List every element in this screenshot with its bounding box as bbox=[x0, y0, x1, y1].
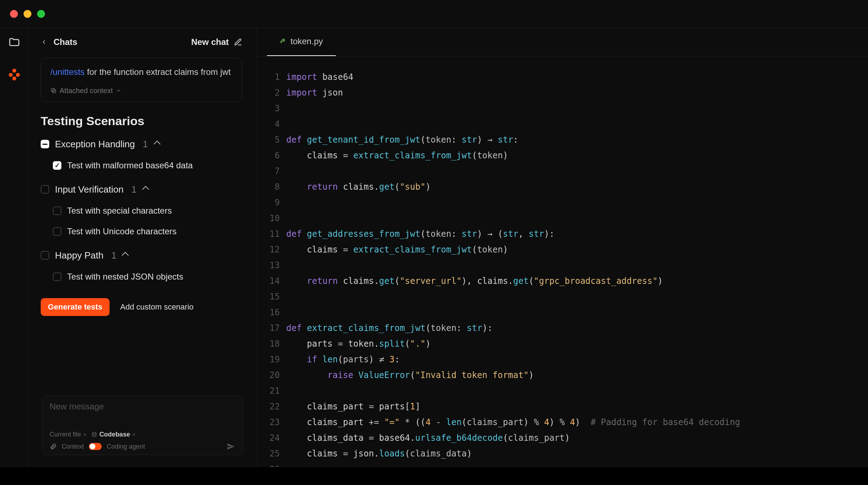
prompt-card[interactable]: /unittests for the function extract clai… bbox=[41, 58, 242, 102]
line-number: 26 bbox=[257, 461, 286, 467]
scenario-item[interactable]: Test with malformed base64 data bbox=[41, 160, 242, 170]
code-line: 23 claims_part += "=" * ((4 - len(claims… bbox=[257, 414, 868, 430]
line-number: 9 bbox=[257, 195, 286, 210]
item-label: Test with special characters bbox=[67, 206, 172, 216]
brand-icon[interactable] bbox=[7, 67, 21, 81]
chevron-up-icon bbox=[122, 252, 129, 259]
paperclip-icon[interactable] bbox=[50, 443, 57, 450]
svg-point-6 bbox=[92, 432, 96, 434]
python-icon bbox=[280, 38, 286, 45]
scenario-item[interactable]: Test with nested JSON objects bbox=[41, 272, 242, 282]
svg-point-3 bbox=[12, 77, 16, 81]
group-name: Happy Path bbox=[55, 250, 104, 261]
context-chip-codebase[interactable]: Codebase × bbox=[91, 431, 135, 438]
code-line: 22 claims_part = parts[1] bbox=[257, 399, 868, 414]
code-line: 2import json bbox=[257, 85, 868, 101]
code-area[interactable]: 1import base642import json345def get_ten… bbox=[257, 56, 868, 467]
message-input[interactable] bbox=[50, 402, 236, 428]
code-line: 17def extract_claims_from_jwt(token: str… bbox=[257, 320, 868, 336]
message-box: Current file × Codebase × Context Coding… bbox=[42, 395, 243, 455]
item-checkbox[interactable] bbox=[53, 161, 61, 170]
line-number: 5 bbox=[257, 132, 286, 148]
item-checkbox[interactable] bbox=[53, 206, 61, 215]
new-chat-button[interactable]: New chat bbox=[191, 37, 242, 47]
prompt-text: for the function extract claims from jwt bbox=[85, 67, 231, 77]
line-number: 13 bbox=[257, 257, 286, 273]
code-line: 7 bbox=[257, 163, 868, 179]
code-line: 9 bbox=[257, 195, 868, 210]
sidebar: Chats New chat /unittests for the functi… bbox=[29, 28, 257, 467]
file-tab[interactable]: token.py bbox=[267, 27, 336, 56]
line-number: 1 bbox=[257, 69, 286, 85]
item-checkbox[interactable] bbox=[53, 272, 61, 281]
agent-toggle[interactable] bbox=[89, 443, 102, 450]
context-chip-current-file[interactable]: Current file × bbox=[50, 431, 86, 438]
line-number: 18 bbox=[257, 336, 286, 352]
scenario-group[interactable]: Input Verification1 bbox=[41, 184, 242, 195]
scenario-group[interactable]: Happy Path1 bbox=[41, 250, 242, 261]
line-number: 3 bbox=[257, 101, 286, 116]
code-line: 3 bbox=[257, 101, 868, 116]
group-name: Exception Handling bbox=[55, 139, 135, 150]
generate-tests-button[interactable]: Generate tests bbox=[41, 298, 110, 316]
group-count: 1 bbox=[111, 250, 116, 261]
line-number: 20 bbox=[257, 367, 286, 383]
add-custom-scenario-button[interactable]: Add custom scenario bbox=[120, 302, 193, 312]
group-checkbox[interactable] bbox=[41, 140, 49, 148]
context-label[interactable]: Context bbox=[62, 443, 84, 450]
svg-point-2 bbox=[16, 73, 20, 77]
scenario-item[interactable]: Test with special characters bbox=[41, 206, 242, 216]
code-line: 18 parts = token.split(".") bbox=[257, 336, 868, 352]
activity-rail bbox=[0, 28, 29, 467]
line-number: 10 bbox=[257, 210, 286, 226]
line-number: 15 bbox=[257, 289, 286, 305]
scenario-group[interactable]: Exception Handling1 bbox=[41, 139, 242, 150]
window-minimize-button[interactable] bbox=[24, 10, 31, 18]
new-chat-label: New chat bbox=[191, 37, 229, 47]
code-line: 19 if len(parts) ≠ 3: bbox=[257, 352, 868, 367]
remove-chip-icon[interactable]: × bbox=[83, 432, 86, 438]
svg-point-1 bbox=[9, 73, 12, 77]
code-line: 26 bbox=[257, 461, 868, 467]
line-number: 14 bbox=[257, 273, 286, 289]
chevron-up-icon bbox=[153, 141, 161, 148]
group-count: 1 bbox=[143, 139, 148, 150]
window-close-button[interactable] bbox=[10, 10, 18, 18]
code-line: 4 bbox=[257, 116, 868, 132]
folder-icon[interactable] bbox=[8, 36, 21, 48]
titlebar bbox=[0, 0, 868, 28]
database-icon bbox=[91, 432, 97, 438]
code-line: 1import base64 bbox=[257, 69, 868, 85]
code-line: 13 bbox=[257, 257, 868, 273]
line-number: 21 bbox=[257, 383, 286, 399]
edit-icon bbox=[234, 38, 242, 46]
line-number: 11 bbox=[257, 226, 286, 242]
attached-label: Attached context bbox=[60, 86, 113, 96]
code-line: 16 bbox=[257, 305, 868, 320]
group-count: 1 bbox=[131, 184, 136, 195]
line-number: 6 bbox=[257, 148, 286, 163]
item-label: Test with malformed base64 data bbox=[67, 160, 193, 170]
agent-label: Coding agent bbox=[107, 443, 145, 450]
back-to-chats[interactable]: Chats bbox=[41, 37, 77, 47]
window-maximize-button[interactable] bbox=[37, 10, 45, 18]
svg-point-0 bbox=[12, 69, 16, 73]
section-title: Testing Scenarios bbox=[41, 114, 242, 128]
send-icon[interactable] bbox=[226, 442, 236, 451]
line-number: 19 bbox=[257, 352, 286, 367]
code-editor: token.py 1import base642import json345de… bbox=[257, 28, 868, 467]
group-name: Input Verification bbox=[55, 184, 123, 195]
attached-context-toggle[interactable]: Attached context bbox=[50, 86, 233, 96]
line-number: 12 bbox=[257, 242, 286, 257]
line-number: 16 bbox=[257, 305, 286, 320]
chevron-down-icon bbox=[116, 88, 121, 93]
line-number: 25 bbox=[257, 446, 286, 461]
code-line: 24 claims_data = base64.urlsafe_b64decod… bbox=[257, 430, 868, 446]
remove-chip-icon[interactable]: × bbox=[132, 432, 135, 438]
code-line: 25 claims = json.loads(claims_data) bbox=[257, 446, 868, 461]
scenario-item[interactable]: Test with Unicode characters bbox=[41, 226, 242, 236]
group-checkbox[interactable] bbox=[41, 251, 49, 260]
group-checkbox[interactable] bbox=[41, 185, 49, 194]
item-checkbox[interactable] bbox=[53, 227, 61, 236]
line-number: 17 bbox=[257, 320, 286, 336]
